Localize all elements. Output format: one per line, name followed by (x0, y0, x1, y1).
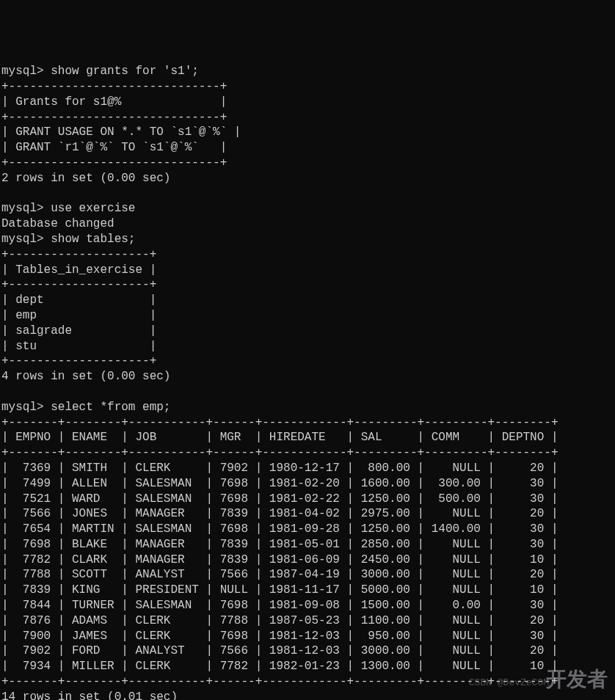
terminal-line: | GRANT `r1`@`%` TO `s1`@`%` | (1, 140, 614, 156)
terminal-line: | 7654 | MARTIN | SALESMAN | 7698 | 1981… (1, 522, 614, 537)
terminal-line: 2 rows in set (0.00 sec) (1, 171, 614, 186)
terminal-line: +--------------------+ (1, 354, 614, 369)
terminal-line: | 7934 | MILLER | CLERK | 7782 | 1982-01… (1, 659, 614, 674)
terminal-line: | 7369 | SMITH | CLERK | 7902 | 1980-12-… (1, 461, 614, 476)
terminal-line: mysql> show grants for 's1'; (1, 64, 614, 79)
terminal-line: | 7844 | TURNER | SALESMAN | 7698 | 1981… (1, 598, 614, 613)
terminal-line (1, 186, 614, 202)
terminal-line: | 7698 | BLAKE | MANAGER | 7839 | 1981-0… (1, 537, 614, 553)
terminal-line: mysql> show tables; (1, 232, 614, 247)
terminal-line: +-------+--------+-----------+------+---… (1, 674, 614, 690)
terminal-line: | 7788 | SCOTT | ANALYST | 7566 | 1987-0… (1, 567, 614, 583)
terminal-line: +--------------------+ (1, 277, 614, 293)
terminal-line: 14 rows in set (0.01 sec) (1, 690, 614, 700)
terminal-output[interactable]: mysql> show grants for 's1';+-----------… (1, 64, 614, 700)
terminal-line: | 7566 | JONES | MANAGER | 7839 | 1981-0… (1, 506, 614, 522)
terminal-line: +------------------------------+ (1, 79, 614, 95)
terminal-line: | 7902 | FORD | ANALYST | 7566 | 1981-12… (1, 644, 614, 659)
terminal-line: mysql> select *from emp; (1, 400, 614, 415)
terminal-line: | Tables_in_exercise | (1, 263, 614, 278)
terminal-line: | 7900 | JAMES | CLERK | 7698 | 1981-12-… (1, 629, 614, 644)
terminal-line: | Grants for s1@% | (1, 95, 614, 110)
terminal-line: +------------------------------+ (1, 156, 614, 171)
terminal-line: | stu | (1, 339, 614, 354)
terminal-line: | 7839 | KING | PRESIDENT | NULL | 1981-… (1, 583, 614, 598)
terminal-line (1, 384, 614, 400)
terminal-line: Database changed (1, 216, 614, 232)
terminal-line: | 7521 | WARD | SALESMAN | 7698 | 1981-0… (1, 492, 614, 507)
terminal-line: | emp | (1, 308, 614, 324)
terminal-line: | 7876 | ADAMS | CLERK | 7788 | 1987-05-… (1, 613, 614, 629)
terminal-line: mysql> use exercise (1, 201, 614, 216)
terminal-line: +--------------------+ (1, 247, 614, 263)
terminal-line: | salgrade | (1, 324, 614, 339)
terminal-line: | 7499 | ALLEN | SALESMAN | 7698 | 1981-… (1, 476, 614, 492)
terminal-line: 4 rows in set (0.00 sec) (1, 369, 614, 384)
terminal-line: | GRANT USAGE ON *.* TO `s1`@`%` | (1, 125, 614, 140)
terminal-line: | 7782 | CLARK | MANAGER | 7839 | 1981-0… (1, 553, 614, 568)
terminal-line: | EMPNO | ENAME | JOB | MGR | HIREDATE |… (1, 430, 614, 445)
terminal-line: +-------+--------+-----------+------+---… (1, 415, 614, 431)
terminal-line: +-------+--------+-----------+------+---… (1, 445, 614, 461)
terminal-line: +------------------------------+ (1, 110, 614, 125)
terminal-line: | dept | (1, 293, 614, 308)
